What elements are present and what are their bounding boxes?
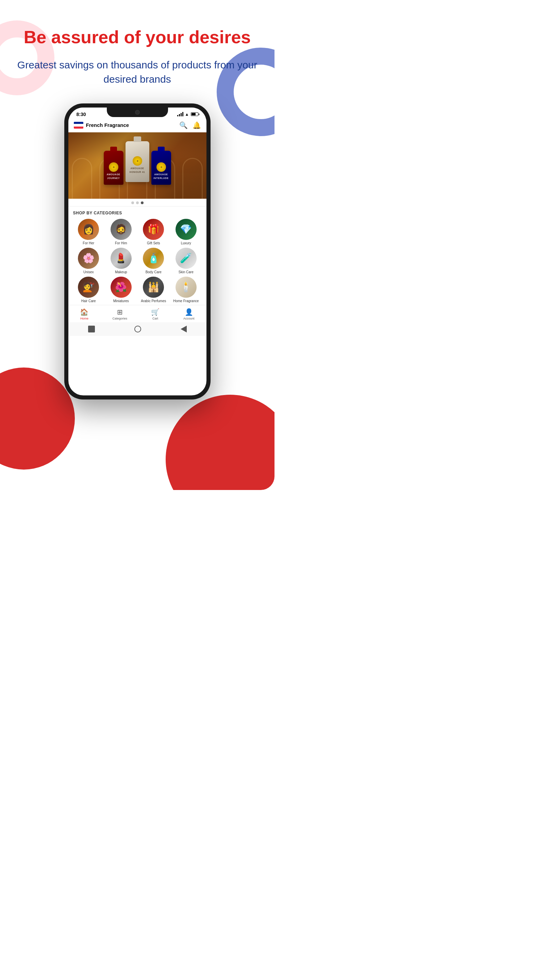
hero-title: Be assured of your desires bbox=[14, 27, 261, 48]
category-label-for-him: For Him bbox=[115, 241, 127, 245]
android-square-btn[interactable] bbox=[88, 326, 95, 332]
category-label-gift: Gift Sets bbox=[147, 241, 160, 245]
category-label-home: Home Fragrance bbox=[173, 299, 198, 303]
app-name: French Fragrance bbox=[86, 122, 129, 128]
dot-1[interactable] bbox=[131, 202, 134, 204]
categories-section: SHOP BY CATEGORIES 👩 For Her 🧔 For Him bbox=[68, 209, 206, 303]
category-miniatures[interactable]: 🌺 Miniatures bbox=[105, 277, 137, 303]
category-label-arabic: Arabic Perfumes bbox=[141, 299, 166, 303]
category-label-makeup: Makeup bbox=[115, 270, 127, 274]
category-makeup[interactable]: 💄 Makeup bbox=[105, 248, 137, 274]
header-actions: 🔍 🔔 bbox=[179, 121, 201, 129]
hero-section: Be assured of your desires Greatest savi… bbox=[0, 0, 274, 97]
status-icons: ▲ bbox=[177, 112, 198, 117]
category-label-unisex: Unisex bbox=[83, 270, 94, 274]
dot-3[interactable] bbox=[141, 202, 144, 204]
category-unisex[interactable]: 🌸 Unisex bbox=[73, 248, 105, 274]
category-skin-care[interactable]: 🧪 Skin Care bbox=[170, 248, 202, 274]
cart-icon: 🛒 bbox=[151, 308, 160, 316]
hero-subtitle: Greatest savings on thousands of product… bbox=[14, 58, 261, 86]
category-label-luxury: Luxury bbox=[181, 241, 191, 245]
category-arabic-perfumes[interactable]: 🕌 Arabic Perfumes bbox=[138, 277, 170, 303]
bottle-honour: ✦ AMOUAGE HONOUR 41 bbox=[125, 141, 149, 182]
category-gift-sets[interactable]: 🎁 Gift Sets bbox=[138, 219, 170, 245]
french-flag-icon bbox=[74, 122, 83, 129]
front-camera bbox=[135, 110, 140, 115]
status-time: 8:30 bbox=[76, 111, 86, 117]
android-home-btn[interactable] bbox=[134, 326, 141, 332]
nav-home-label: Home bbox=[80, 317, 89, 320]
categories-grid: 👩 For Her 🧔 For Him 🎁 bbox=[73, 219, 202, 303]
search-icon[interactable]: 🔍 bbox=[179, 121, 188, 129]
promo-banner[interactable]: ✦ AMOUAGE JOURNEY ✦ AMOUAGE HONOUR 41 ✦ … bbox=[68, 132, 206, 199]
nav-cart-label: Cart bbox=[152, 317, 158, 320]
account-icon: 👤 bbox=[185, 308, 193, 316]
signal-icon bbox=[177, 112, 183, 116]
category-label-hair: Hair Care bbox=[81, 299, 96, 303]
phone-outer-frame: 8:30 ▲ bbox=[64, 103, 211, 399]
nav-categories-label: Categories bbox=[112, 317, 127, 320]
category-label-skin: Skin Care bbox=[179, 270, 194, 274]
category-body-care[interactable]: 🧴 Body Care bbox=[138, 248, 170, 274]
category-home-fragrance[interactable]: 🕯️ Home Fragrance bbox=[170, 277, 202, 303]
app-logo: French Fragrance bbox=[74, 122, 129, 129]
dot-2[interactable] bbox=[136, 202, 139, 204]
app-header: French Fragrance 🔍 🔔 bbox=[68, 118, 206, 132]
nav-home[interactable]: 🏠 Home bbox=[80, 308, 89, 320]
nav-cart[interactable]: 🛒 Cart bbox=[151, 308, 160, 320]
category-label-for-her: For Her bbox=[83, 241, 94, 245]
bottom-navigation: 🏠 Home ⊞ Categories 🛒 Cart 👤 Account bbox=[68, 305, 206, 322]
carousel-dots bbox=[68, 199, 206, 206]
phone-screen: 8:30 ▲ bbox=[68, 108, 206, 395]
home-icon: 🏠 bbox=[80, 308, 89, 316]
android-navbar bbox=[68, 322, 206, 336]
category-hair-care[interactable]: 💇 Hair Care bbox=[73, 277, 105, 303]
bottle-interlude: ✦ AMOUAGE INTERLUDE bbox=[151, 151, 171, 185]
bottle-journey: ✦ AMOUAGE JOURNEY bbox=[104, 151, 124, 185]
nav-account[interactable]: 👤 Account bbox=[183, 308, 195, 320]
category-label-body: Body Care bbox=[146, 270, 162, 274]
bg-decoration-red bbox=[166, 395, 274, 490]
categories-icon: ⊞ bbox=[117, 308, 123, 316]
phone-notch bbox=[107, 108, 168, 117]
category-for-her[interactable]: 👩 For Her bbox=[73, 219, 105, 245]
wifi-icon: ▲ bbox=[185, 112, 189, 117]
battery-icon bbox=[191, 112, 198, 116]
nav-account-label: Account bbox=[183, 317, 195, 320]
category-luxury[interactable]: 💎 Luxury bbox=[170, 219, 202, 245]
phone-mockup: 8:30 ▲ bbox=[0, 103, 274, 399]
android-back-btn[interactable] bbox=[181, 326, 187, 332]
category-for-him[interactable]: 🧔 For Him bbox=[105, 219, 137, 245]
category-label-mini: Miniatures bbox=[113, 299, 129, 303]
perfume-bottles: ✦ AMOUAGE JOURNEY ✦ AMOUAGE HONOUR 41 ✦ … bbox=[104, 141, 171, 189]
notification-icon[interactable]: 🔔 bbox=[192, 121, 201, 129]
categories-title: SHOP BY CATEGORIES bbox=[73, 211, 202, 215]
section-divider bbox=[68, 206, 206, 207]
nav-categories[interactable]: ⊞ Categories bbox=[112, 308, 127, 320]
